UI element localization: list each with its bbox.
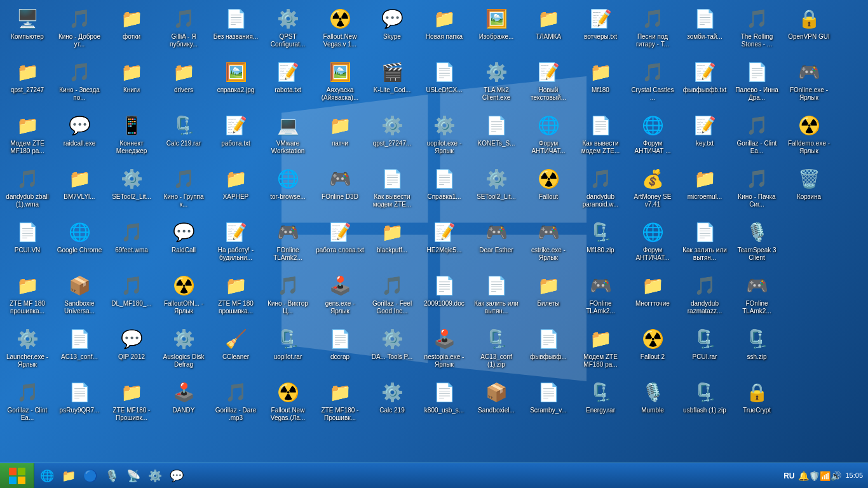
desktop-icon-izobrazhenie[interactable]: 🖼️Изображе... [471,3,522,55]
desktop-icon-kakvyvestiili[interactable]: 📄Как залить или вытян... [471,270,522,322]
desktop-icon-ccleaner[interactable]: 🧹CCleaner [210,323,261,376]
desktop-icon-vmware[interactable]: 💻VMware Workstation [262,110,313,162]
desktop-icon-modemzte180[interactable]: 📁Модем ZTE MF180 ра... [2,110,53,162]
desktop-icon-gilliaя[interactable]: 🎵GilliA - Я публику... [158,3,209,55]
desktop-icon-falldemoExe[interactable]: ☢️Falldemo.exe - Ярлык [783,110,834,162]
desktop-icon-beznazvanya[interactable]: 📄Без названия... [210,3,261,55]
desktop-icon-spravka2jpg[interactable]: 🖼️справка2.jpg [210,57,261,109]
taskbar-icon-tb-unknown2[interactable]: ⚙️ [145,466,165,486]
desktop-icon-qpstconf[interactable]: ⚙️QPST Configurat... [262,3,313,55]
desktop-icon-konetsS[interactable]: 📄KONETs_S... [471,110,522,162]
desktop-icon-raidcall2[interactable]: 💬RaidCall [158,217,209,269]
desktop-icon-fyvfyvfb[interactable]: 📝фывфывфb.txt [679,57,730,109]
desktop-icon-ac13conf1zip[interactable]: 🗜️AC13_conf (1).zip [471,323,522,376]
taskbar-icon-tb-teamspeak[interactable]: 🎙️ [102,466,122,486]
desktop-icon-palevojInna[interactable]: 📄Палево - Инна Дра... [731,57,782,109]
desktop-icon-gensExe[interactable]: 🕹️gens.exe - Ярлык [315,270,365,322]
desktop-icon-zombiTai[interactable]: 📄зомби-тай... [679,3,730,55]
desktop-icon-datatools[interactable]: ⚙️DA... Tools P... [367,323,417,376]
desktop-icon-setool2lit2[interactable]: ⚙️SETool2_Lit... [471,163,522,215]
desktop-icon-zte180prom[interactable]: 📁ZTE MF180 - Прошивк... [106,377,157,429]
desktop-icon-falloutofn[interactable]: ☢️FalloutOfN... - Ярлык [158,270,209,322]
desktop-icon-dlmf180[interactable]: 🎵DL_MF180_... [106,270,157,322]
desktop-icon-skype[interactable]: 💬Skype [367,3,417,55]
desktop-icon-keyTxt[interactable]: 📝key.txt [679,110,730,162]
desktop-icon-spravka1[interactable]: 📄Справка1... [419,163,470,215]
desktop-icon-patchi[interactable]: 📁патчи [315,110,365,162]
desktop-icon-zte180[interactable]: 📁ZTE MF 180 прошивка... [2,270,53,322]
desktop-icon-microeml[interactable]: 📁microemul... [679,163,730,215]
desktop-icon-uopilotExe[interactable]: ⚙️uopilot.exe - Ярлык [419,110,470,162]
desktop-icon-qpst27247_2[interactable]: ⚙️qpst_27247... [367,110,417,162]
desktop-icon-drivers[interactable]: 📁drivers [158,57,209,109]
desktop-icon-ayyuaska[interactable]: 🖼️Аяхуаска (Айяваска)... [315,57,365,109]
desktop-icon-kinoPachka[interactable]: 🎵Кино - Пачка Сиг... [731,163,782,215]
desktop-icon-korzina[interactable]: 🗑️Корзина [783,163,834,215]
desktop-icon-launcherexe[interactable]: ⚙️Launcher.exe - Ярлык [2,323,53,376]
desktop-icon-torbrowse[interactable]: 🌐tor-browse... [262,163,313,215]
desktop-icon-mumble[interactable]: 🎙️Mumble [627,377,678,429]
desktop-icon-dccrap[interactable]: 📄dccrap [315,323,365,376]
desktop-icon-setool2lit[interactable]: ⚙️SETool2_Lit... [106,163,157,215]
desktop-icon-ztemf180prom2[interactable]: 📁ZTE MF 180 прошивка... [210,270,261,322]
desktop-icon-modemzte180_2[interactable]: 📁Модем ZTE MF180 ра... [575,323,626,376]
desktop-icon-knigi[interactable]: 📁Книги [106,57,157,109]
desktop-icon-fotki[interactable]: 📁фотки [106,3,157,55]
desktop-icon-rabotaTxt2[interactable]: 📝rabota.txt [262,57,313,109]
taskbar-icon-tb-folder[interactable]: 📁 [58,466,79,486]
taskbar-icon-tb-unknown1[interactable]: 📡 [123,466,144,486]
desktop-icon-qip2012[interactable]: 💬QIP 2012 [106,323,157,376]
desktop-icon-pcuiRar[interactable]: 🗜️PCUI.rar [679,323,730,376]
desktop-icon-kinogruppa[interactable]: 🎵Кино - Группа к... [158,163,209,215]
desktop-icon-fonlineTLAmk2_2[interactable]: 🎮FOnline TLAmk2... [575,270,626,322]
desktop-icon-raidcall[interactable]: 💬raidcall.exe [54,110,105,162]
desktop-icon-he2mqie5[interactable]: 📝HE2Mqie5... [419,217,470,269]
desktop-icon-kinozvezda[interactable]: 🎵Кино - Звезда по... [54,57,105,109]
desktop-icon-usleDfCX[interactable]: 📄USLeDfCX... [419,57,470,109]
desktop-icon-mnogotchie[interactable]: 📁Многтточие [627,270,678,322]
desktop-icon-blackpuff[interactable]: 📁blackpuff... [367,217,417,269]
desktop-icon-sshZip[interactable]: 🗜️ssh.zip [731,323,782,376]
desktop-icon-rabotaTxt[interactable]: 📝работа.txt [210,110,261,162]
desktop-icon-uopilotrar[interactable]: 🗜️uopilot.rar [262,323,313,376]
desktop-icon-gorillaz[interactable]: 🎵Gorillaz - Clint Ea... [2,377,53,429]
desktop-icon-fonlineExe[interactable]: 🎮FOnline.exe - Ярлык [783,57,834,109]
desktop-icon-kakvyvesti2[interactable]: 📄Как вывести модем ZTE... [575,110,626,162]
desktop-icon-dandydubParanoid[interactable]: 🎵dandydub paranoid.w... [575,163,626,215]
taskbar-icon-tb-ie[interactable]: 🌐 [37,466,57,486]
desktop-icon-rollingStones[interactable]: 🎵The Rolling Stones - ... [731,3,782,55]
desktop-icon-klite[interactable]: 🎬K-Lite_Cod... [367,57,417,109]
desktop-icon-fonlineD3D[interactable]: 🎮FOnline D3D [315,163,365,215]
desktop-icon-forumAntichat[interactable]: 🌐Форум АНТИЧАТ... [523,110,574,162]
desktop-icon-69feet[interactable]: 🎵69feet.wma [106,217,157,269]
desktop-icon-sandboxieuniv[interactable]: 📦Sandboxie Universa... [54,270,105,322]
desktop-icon-ac13conf[interactable]: 📄AC13_conf... [54,323,105,376]
desktop-icon-calc219_2[interactable]: ⚙️Calc 219 [367,377,417,429]
desktop-icon-fallout2[interactable]: ☢️Fallout 2 [627,323,678,376]
desktop-icon-tlamkra[interactable]: 📁TЛАМКА [523,3,574,55]
desktop-icon-cstrike[interactable]: 🎮cstrike.exe - Ярлык [523,217,574,269]
desktop-icon-fallout[interactable]: ☢️Fallout [523,163,574,215]
taskbar-icon-tb-chrome[interactable]: 🔵 [80,466,100,486]
desktop-icon-sandboxield[interactable]: 📦Sandboxiel... [471,377,522,429]
desktop-icon-konnect[interactable]: 📱Коннект Менеджер [106,110,157,162]
desktop-icon-artmoneyse[interactable]: 💰ArtMoney SE v7.41 [627,163,678,215]
desktop-icon-rabotaSlova[interactable]: 📝работа слова.txt [315,217,365,269]
desktop-icon-mf180zip[interactable]: 🗜️Mf180.zip [575,217,626,269]
start-button[interactable] [0,463,34,489]
desktop-icon-dandydub1wma[interactable]: 🎵dandydub zball (1).wma [2,163,53,215]
desktop-icon-calc219rar[interactable]: 🗜️Calc 219.rar [158,110,209,162]
desktop-icon-teamspeak3[interactable]: 🎙️TeamSpeak 3 Client [731,217,782,269]
desktop-icon-forumAntichat3[interactable]: 🌐Форум АНТИЧАТ... [627,217,678,269]
desktop-icon-psruy9qr7[interactable]: 📄psRuy9QR7... [54,377,105,429]
desktop-icon-doc20091009[interactable]: 📄20091009.doc [419,270,470,322]
desktop-icon-pesniPodGitaru[interactable]: 🎵Песни под гитару - Т... [627,3,678,55]
desktop-icon-mf180[interactable]: 📁Mf180 [575,57,626,109]
desktop-icon-energyRar[interactable]: 🗜️Energy.rar [575,377,626,429]
desktop-icon-kinoViktor[interactable]: 🎵Кино - Виктор Ц... [262,270,313,322]
desktop-icon-narabotu[interactable]: 📝На работу! - будильни... [210,217,261,269]
desktop-icon-k800usbS[interactable]: 📄k800_usb_s... [419,377,470,429]
desktop-icon-xarner[interactable]: 📁ХАРНЕР [210,163,261,215]
desktop-icon-dandy[interactable]: 🕹️DANDY [158,377,209,429]
desktop-icon-fonlineTLAmk2_3[interactable]: 🎮FOnline TLAmk2... [731,270,782,322]
